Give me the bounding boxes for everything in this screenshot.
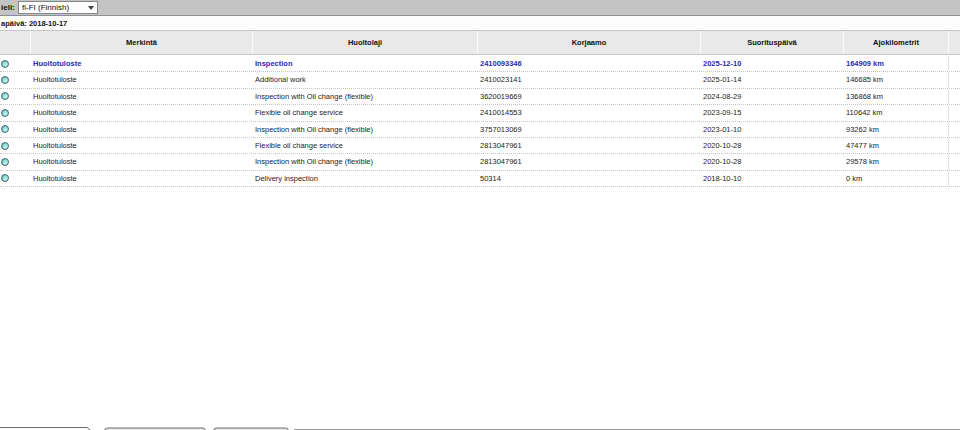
teal-circle-icon[interactable] <box>1 125 9 133</box>
suorituspaiva-cell: 2024-08-29 <box>700 89 843 104</box>
table-row: Huoltotuloste Flexible oil change servic… <box>0 138 960 154</box>
language-select[interactable]: fi-FI (Finnish) <box>18 1 98 14</box>
row-icon-cell <box>0 154 30 169</box>
korjaamo-cell: 3757013069 <box>477 122 700 137</box>
teal-circle-icon[interactable] <box>1 158 9 166</box>
extra-cell <box>948 171 960 186</box>
huoltolaji-cell: Inspection with Oil change (flexible) <box>252 122 477 137</box>
huoltolaji-cell: Inspection <box>252 56 477 71</box>
merkinta-link[interactable]: Huoltotuloste <box>30 72 252 87</box>
ajokilometrit-cell: 93262 km <box>843 122 948 137</box>
table-header: Merkintä Huoltolaji Korjaamo Suorituspäi… <box>0 30 960 55</box>
korjaamo-cell: 3620019669 <box>477 89 700 104</box>
table-body: Huoltotuloste Inspection 2410093346 2025… <box>0 56 960 187</box>
teal-circle-icon[interactable] <box>1 142 9 150</box>
extra-cell <box>948 138 960 153</box>
row-icon-cell <box>0 56 30 71</box>
row-icon-cell <box>0 72 30 87</box>
korjaamo-cell: 2410093346 <box>477 56 700 71</box>
huoltolaji-cell: Inspection with Oil change (flexible) <box>252 154 477 169</box>
teal-circle-icon[interactable] <box>1 92 9 100</box>
merkinta-link[interactable]: Huoltotuloste <box>30 56 252 71</box>
korjaamo-cell: 2410023141 <box>477 72 700 87</box>
suorituspaiva-cell: 2023-01-10 <box>700 122 843 137</box>
ajokilometrit-cell: 136868 km <box>843 89 948 104</box>
huoltolaji-cell: Flexible oil change service <box>252 105 477 120</box>
korjaamo-cell: 2813047961 <box>477 138 700 153</box>
extra-cell <box>948 72 960 87</box>
extra-cell <box>948 154 960 169</box>
column-header-icon <box>0 31 30 54</box>
table-row: Huoltotuloste Inspection with Oil change… <box>0 122 960 138</box>
huoltolaji-cell: Additional work <box>252 72 477 87</box>
ajokilometrit-cell: 164909 km <box>843 56 948 71</box>
table-row: Huoltotuloste Inspection with Oil change… <box>0 89 960 105</box>
language-label: ieli: <box>1 3 15 12</box>
suorituspaiva-cell: 2025-12-10 <box>700 56 843 71</box>
merkinta-link[interactable]: Huoltotuloste <box>30 154 252 169</box>
language-bar: ieli: fi-FI (Finnish) <box>0 0 960 16</box>
column-header-suorituspaiva: Suorituspäivä <box>700 31 843 54</box>
column-header-huoltolaji: Huoltolaji <box>252 31 477 54</box>
ajokilometrit-cell: 110642 km <box>843 105 948 120</box>
language-select-value: fi-FI (Finnish) <box>22 3 86 12</box>
ajokilometrit-cell: 47477 km <box>843 138 948 153</box>
date-text: apäivä: 2018-10-17 <box>1 19 67 28</box>
row-icon-cell <box>0 105 30 120</box>
table-row: Huoltotuloste Inspection with Oil change… <box>0 154 960 170</box>
table-row: Huoltotuloste Delivery inspection 50314 … <box>0 171 960 187</box>
extra-cell <box>948 89 960 104</box>
teal-circle-icon[interactable] <box>1 109 9 117</box>
bottom-tab-bar <box>0 421 960 430</box>
bottom-tabs-graphic <box>0 426 960 430</box>
service-history-page: ieli: fi-FI (Finnish) apäivä: 2018-10-17… <box>0 0 960 430</box>
column-header-extra <box>948 31 960 54</box>
date-strip: apäivä: 2018-10-17 <box>0 17 960 30</box>
extra-cell <box>948 122 960 137</box>
teal-circle-icon[interactable] <box>1 60 9 68</box>
huoltolaji-cell: Delivery inspection <box>252 171 477 186</box>
merkinta-link[interactable]: Huoltotuloste <box>30 105 252 120</box>
suorituspaiva-cell: 2020-10-28 <box>700 138 843 153</box>
row-icon-cell <box>0 171 30 186</box>
extra-cell <box>948 56 960 71</box>
suorituspaiva-cell: 2018-10-10 <box>700 171 843 186</box>
merkinta-link[interactable]: Huoltotuloste <box>30 122 252 137</box>
row-icon-cell <box>0 138 30 153</box>
merkinta-link[interactable]: Huoltotuloste <box>30 171 252 186</box>
ajokilometrit-cell: 0 km <box>843 171 948 186</box>
teal-circle-icon[interactable] <box>1 76 9 84</box>
huoltolaji-cell: Inspection with Oil change (flexible) <box>252 89 477 104</box>
column-header-merkinta: Merkintä <box>30 31 252 54</box>
table-row: Huoltotuloste Inspection 2410093346 2025… <box>0 56 960 72</box>
ajokilometrit-cell: 146685 km <box>843 72 948 87</box>
table-row: Huoltotuloste Flexible oil change servic… <box>0 105 960 121</box>
ajokilometrit-cell: 29578 km <box>843 154 948 169</box>
suorituspaiva-cell: 2023-09-15 <box>700 105 843 120</box>
korjaamo-cell: 2813047961 <box>477 154 700 169</box>
table-row: Huoltotuloste Additional work 2410023141… <box>0 72 960 88</box>
row-icon-cell <box>0 122 30 137</box>
suorituspaiva-cell: 2025-01-14 <box>700 72 843 87</box>
column-header-korjaamo: Korjaamo <box>477 31 700 54</box>
merkinta-link[interactable]: Huoltotuloste <box>30 89 252 104</box>
chevron-down-icon <box>88 6 94 10</box>
column-header-ajokilometrit: Ajokilometrit <box>843 31 948 54</box>
extra-cell <box>948 105 960 120</box>
merkinta-link[interactable]: Huoltotuloste <box>30 138 252 153</box>
huoltolaji-cell: Flexible oil change service <box>252 138 477 153</box>
korjaamo-cell: 50314 <box>477 171 700 186</box>
suorituspaiva-cell: 2020-10-28 <box>700 154 843 169</box>
korjaamo-cell: 2410014553 <box>477 105 700 120</box>
row-icon-cell <box>0 89 30 104</box>
teal-circle-icon[interactable] <box>1 174 9 182</box>
